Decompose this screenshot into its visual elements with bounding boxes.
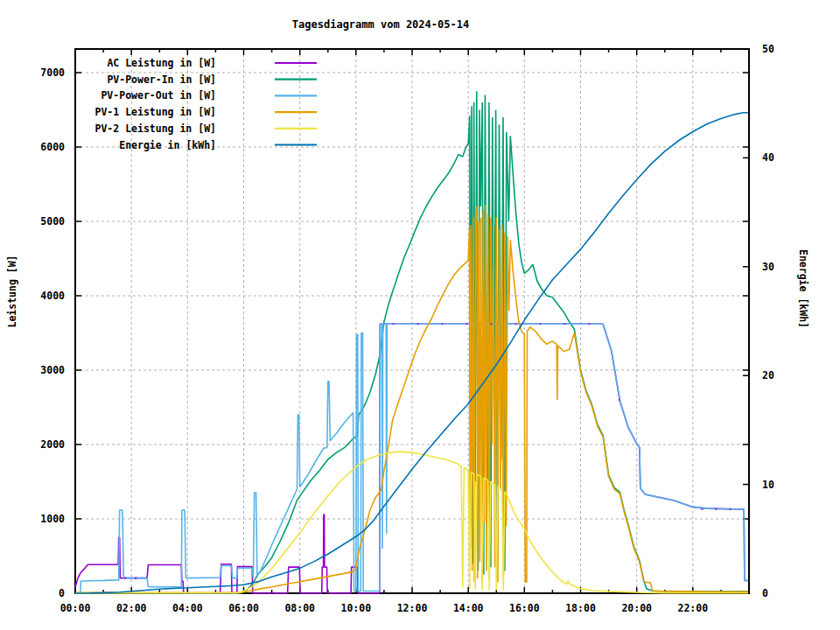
y-left-tick-label: 2000 bbox=[40, 438, 65, 451]
y-right-tick-label: 10 bbox=[762, 479, 774, 491]
y-right-tick-label: 0 bbox=[762, 587, 768, 599]
y-right-tick-label: 50 bbox=[762, 43, 774, 55]
x-tick-label: 20:00 bbox=[621, 602, 652, 614]
y-right-tick-label: 40 bbox=[762, 151, 774, 164]
x-tick-label: 00:00 bbox=[60, 602, 91, 614]
y-left-tick-label: 1000 bbox=[40, 513, 65, 525]
x-tick-label: 10:00 bbox=[340, 602, 371, 614]
x-tick-label: 14:00 bbox=[453, 602, 484, 614]
x-tick-label: 04:00 bbox=[172, 602, 203, 614]
x-tick-label: 18:00 bbox=[565, 602, 596, 614]
x-tick-label: 12:00 bbox=[397, 602, 428, 614]
plot-canvas: 0100020003000400050006000700001020304050… bbox=[0, 0, 840, 630]
y-left-tick-label: 7000 bbox=[40, 66, 65, 79]
x-tick-label: 08:00 bbox=[284, 602, 315, 614]
y-left-tick-label: 5000 bbox=[40, 215, 65, 228]
series-energie-in-kwh- bbox=[75, 113, 748, 593]
legend-label: Energie in [kWh] bbox=[119, 139, 216, 151]
y-left-tick-label: 0 bbox=[59, 587, 65, 599]
tagesdiagramm-chart: Tagesdiagramm vom 2024-05-14 Leistung [W… bbox=[0, 0, 840, 630]
legend-label: AC Leistung in [W] bbox=[107, 57, 216, 69]
y-left-tick-label: 6000 bbox=[40, 141, 65, 153]
legend-label: PV-Power-Out in [W] bbox=[101, 89, 216, 102]
legend-label: PV-1 Leistung in [W] bbox=[95, 106, 216, 118]
y-right-tick-label: 30 bbox=[762, 261, 774, 273]
x-tick-label: 06:00 bbox=[228, 602, 259, 614]
x-tick-label: 02:00 bbox=[116, 602, 147, 614]
y-right-tick-label: 20 bbox=[762, 369, 774, 382]
x-tick-label: 16:00 bbox=[509, 602, 540, 614]
legend-label: PV-Power-In in [W] bbox=[107, 74, 216, 86]
legend-label: PV-2 Leistung in [W] bbox=[95, 122, 216, 135]
x-tick-label: 22:00 bbox=[677, 602, 708, 614]
y-left-tick-label: 4000 bbox=[40, 290, 65, 302]
y-left-tick-label: 3000 bbox=[40, 364, 65, 376]
